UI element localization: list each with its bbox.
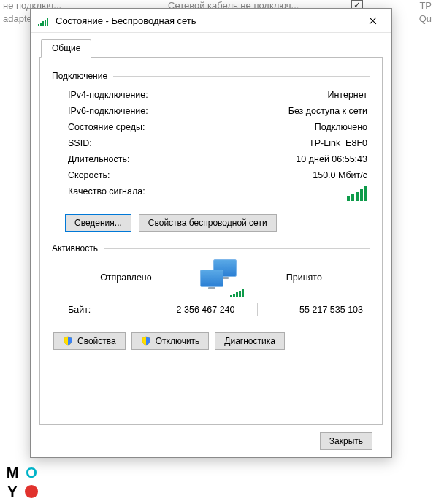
details-button[interactable]: Сведения... (65, 214, 131, 232)
tab-content: Подключение IPv4-подключение: Интернет I… (39, 58, 383, 425)
disable-button[interactable]: Отключить (131, 332, 210, 350)
wifi-signal-icon (38, 15, 50, 26)
row-signal-quality: Качество сигнала: (52, 183, 370, 204)
group-activity-label: Активность (52, 243, 98, 253)
tabstrip: Общие (39, 39, 383, 58)
ipv6-value: Без доступа к сети (288, 106, 367, 116)
close-button[interactable] (358, 10, 387, 31)
shield-icon (141, 336, 151, 346)
sent-label: Отправлено (100, 272, 152, 283)
row-ipv4: IPv4-подключение: Интернет (52, 87, 370, 103)
row-speed: Скорость: 150.0 Мбит/с (52, 167, 370, 183)
moyo-logo: M O Y (4, 465, 39, 500)
diagnose-button[interactable]: Диагностика (215, 332, 285, 350)
logo-red-circle-icon (23, 484, 39, 500)
bytes-received-value: 55 217 535 103 (262, 305, 368, 315)
network-computers-icon (199, 259, 240, 296)
dash-left-icon (161, 278, 190, 278)
close-icon (369, 17, 377, 25)
row-duration: Длительность: 10 дней 06:55:43 (52, 151, 370, 167)
media-state-value: Подключено (315, 122, 367, 132)
row-ssid: SSID: TP-Link_E8F0 (52, 135, 370, 151)
row-media-state: Состояние среды: Подключено (52, 119, 370, 135)
signal-quality-icon (347, 186, 367, 201)
ssid-label: SSID: (68, 138, 92, 148)
media-state-label: Состояние среды: (68, 122, 145, 132)
speed-label: Скорость: (68, 170, 110, 180)
bg-text: TP (419, 0, 432, 11)
group-activity-header: Активность (52, 243, 370, 253)
duration-label: Длительность: (68, 154, 130, 164)
tab-general[interactable]: Общие (41, 39, 91, 58)
signal-quality-label: Качество сигнала: (68, 186, 145, 201)
logo-letter-o: O (23, 465, 39, 481)
activity-graphic-row: Отправлено Принято (52, 259, 370, 296)
window-title: Состояние - Беспроводная сеть (56, 15, 358, 26)
ssid-value: TP-Link_E8F0 (309, 138, 367, 148)
status-dialog: Состояние - Беспроводная сеть Общие Подк… (30, 8, 392, 458)
ipv4-label: IPv4-подключение: (68, 90, 148, 100)
dash-right-icon (248, 278, 278, 278)
shield-icon (63, 336, 73, 346)
bg-text: Qu (419, 13, 432, 24)
wireless-properties-button[interactable]: Свойства беспроводной сети (139, 214, 277, 232)
properties-button-label: Свойства (77, 336, 116, 346)
disable-button-label: Отключить (156, 336, 200, 346)
close-dialog-button[interactable]: Закрыть (320, 432, 372, 450)
bytes-label: Байт: (68, 305, 134, 315)
group-connection-label: Подключение (52, 71, 107, 81)
received-label: Принято (286, 272, 322, 283)
logo-letter-y: Y (4, 484, 20, 500)
ipv4-value: Интернет (327, 90, 367, 100)
separator (257, 303, 258, 316)
row-ipv6: IPv6-подключение: Без доступа к сети (52, 103, 370, 119)
bg-text: adapte (3, 13, 32, 24)
duration-value: 10 дней 06:55:43 (296, 154, 367, 164)
ipv6-label: IPv6-подключение: (68, 106, 148, 116)
group-connection-header: Подключение (52, 71, 370, 81)
titlebar: Состояние - Беспроводная сеть (31, 9, 391, 33)
row-bytes: Байт: 2 356 467 240 55 217 535 103 (52, 297, 370, 319)
properties-button[interactable]: Свойства (53, 332, 126, 350)
logo-letter-m: M (4, 465, 20, 481)
speed-value: 150.0 Мбит/с (313, 170, 367, 180)
bytes-sent-value: 2 356 467 240 (134, 305, 253, 315)
